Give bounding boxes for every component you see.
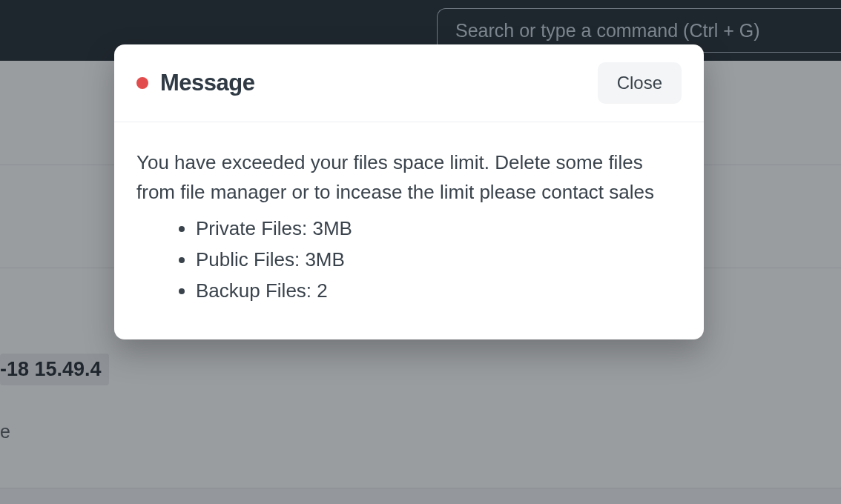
status-dot-icon bbox=[136, 77, 148, 89]
search-input[interactable] bbox=[455, 20, 841, 42]
modal-item-list: Private Files: 3MB Public Files: 3MB Bac… bbox=[136, 213, 682, 306]
modal-body: You have exceeded your files space limit… bbox=[114, 122, 704, 339]
close-button[interactable]: Close bbox=[598, 62, 682, 104]
list-item: Public Files: 3MB bbox=[196, 245, 682, 274]
modal-body-text: You have exceeded your files space limit… bbox=[136, 147, 682, 208]
message-modal: Message Close You have exceeded your fil… bbox=[114, 44, 704, 339]
list-item: Backup Files: 2 bbox=[196, 276, 682, 305]
modal-header: Message Close bbox=[114, 44, 704, 122]
modal-title: Message bbox=[160, 70, 254, 96]
modal-title-wrap: Message bbox=[136, 70, 254, 96]
list-item: Private Files: 3MB bbox=[196, 213, 682, 243]
